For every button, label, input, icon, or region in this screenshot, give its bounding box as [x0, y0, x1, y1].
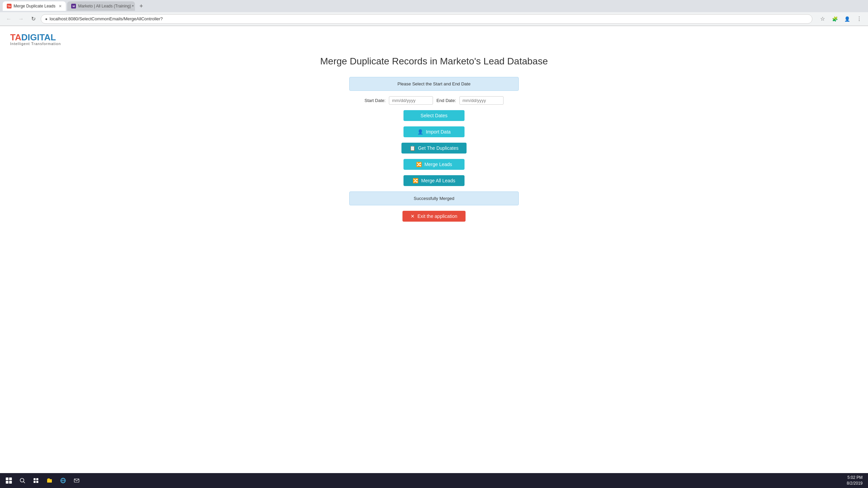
logo: TADIGITAL — [10, 33, 858, 42]
date-row: Start Date: End Date: — [364, 96, 504, 105]
info-banner: Please Select the Start and End Date — [349, 77, 519, 91]
forward-button[interactable]: → — [16, 14, 26, 24]
merge-leads-label: Merge Leads — [425, 162, 452, 167]
merge-all-leads-button[interactable]: 🔀 Merge All Leads — [403, 175, 465, 186]
merge-leads-button[interactable]: 🔀 Merge Leads — [403, 159, 465, 170]
back-button[interactable]: ← — [4, 14, 14, 24]
tab2-label: Marketo | All Leads (Training) • — [78, 4, 134, 8]
start-date-label: Start Date: — [364, 98, 386, 103]
start-date-input[interactable] — [389, 96, 433, 105]
tab-merge-duplicate-leads[interactable]: TA Merge Duplicate Leads ✕ — [3, 1, 66, 11]
logo-digital: DIGITAL — [21, 32, 56, 42]
tab-bar: TA Merge Duplicate Leads ✕ M Marketo | A… — [0, 0, 868, 12]
menu-icon[interactable]: ⋮ — [854, 14, 864, 24]
logo-ta: TA — [10, 32, 21, 42]
import-data-button[interactable]: 👤 Import Data — [403, 126, 465, 137]
merge-all-leads-icon: 🔀 — [413, 178, 418, 183]
logo-area: TADIGITAL Intelligent Transformation — [10, 33, 858, 46]
select-dates-label: Select Dates — [420, 113, 447, 118]
end-date-input[interactable] — [459, 96, 504, 105]
import-data-label: Import Data — [426, 129, 451, 135]
lock-icon: ● — [45, 17, 47, 21]
import-data-icon: 👤 — [417, 129, 423, 135]
get-duplicates-icon: 📋 — [410, 145, 415, 151]
merge-leads-icon: 🔀 — [416, 162, 422, 167]
success-banner: Successfully Merged — [349, 191, 519, 205]
url-text: localhost:8080/SelectCommonEmails/MergeA… — [50, 16, 163, 21]
center-container: Please Select the Start and End Date Sta… — [349, 77, 519, 222]
nav-bar: ← → ↻ ● localhost:8080/SelectCommonEmail… — [0, 12, 868, 26]
tab1-close[interactable]: ✕ — [59, 4, 62, 8]
exit-label: Exit the application — [417, 214, 457, 219]
extensions-icon[interactable]: 🧩 — [830, 14, 840, 24]
bookmark-icon[interactable]: ☆ — [818, 14, 827, 24]
exit-icon: ✕ — [411, 214, 415, 219]
address-bar[interactable]: ● localhost:8080/SelectCommonEmails/Merg… — [41, 14, 812, 24]
profile-icon[interactable]: 👤 — [842, 14, 852, 24]
browser-chrome: TA Merge Duplicate Leads ✕ M Marketo | A… — [0, 0, 868, 26]
end-date-label: End Date: — [436, 98, 456, 103]
reload-button[interactable]: ↻ — [28, 14, 38, 24]
nav-icons-right: ☆ 🧩 👤 ⋮ — [818, 14, 864, 24]
tab1-favicon: TA — [7, 4, 12, 8]
get-duplicates-button[interactable]: 📋 Get The Duplicates — [401, 143, 467, 154]
tab-marketo-all-leads[interactable]: M Marketo | All Leads (Training) • ✕ — [67, 1, 135, 11]
tab1-label: Merge Duplicate Leads — [14, 4, 55, 8]
select-dates-button[interactable]: Select Dates — [403, 110, 465, 121]
tab2-favicon: M — [71, 4, 76, 8]
get-duplicates-label: Get The Duplicates — [418, 145, 459, 151]
new-tab-button[interactable]: + — [136, 1, 146, 11]
merge-all-leads-label: Merge All Leads — [421, 178, 455, 183]
page-content: TADIGITAL Intelligent Transformation Mer… — [0, 26, 868, 277]
page-title: Merge Duplicate Records in Marketo's Lea… — [10, 56, 858, 67]
exit-button[interactable]: ✕ Exit the application — [402, 211, 466, 222]
logo-subtitle: Intelligent Transformation — [10, 42, 858, 46]
